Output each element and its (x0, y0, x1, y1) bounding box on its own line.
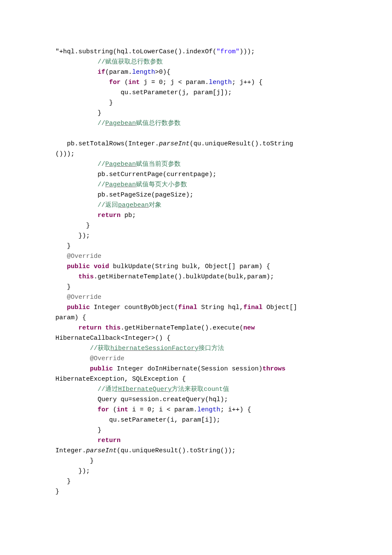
code-token: 赋值当前页参数 (136, 161, 181, 168)
code-token: } (109, 99, 113, 107)
code-token: public (67, 304, 90, 311)
code-line: @Override (55, 251, 375, 262)
code-token: Pagebean (105, 181, 136, 188)
code-line: pb.setCurrentPage(currentpage); (55, 170, 375, 180)
code-token: ())); (55, 150, 75, 158)
code-token: //返回 (98, 202, 118, 209)
code-token: for (109, 79, 121, 86)
code-line: } (55, 221, 375, 231)
code-line: @Override (55, 354, 375, 364)
code-token: return (78, 324, 101, 332)
code-line: //赋值获取总行数参数 (55, 57, 375, 67)
code-token: .getHibernateTemplate().execute( (121, 324, 243, 332)
code-token: HibernateCallback<Integer>() { (55, 335, 170, 342)
code-token: //赋值获取总行数参数 (98, 58, 163, 66)
code-line: return pb; (55, 211, 375, 221)
code-token: @Override (67, 294, 101, 301)
code-line: return this.getHibernateTemplate().execu… (55, 323, 375, 333)
code-token: 接口方法 (199, 345, 224, 352)
code-token: if (98, 69, 105, 76)
code-token: 对象 (149, 202, 161, 209)
code-token (90, 263, 94, 270)
code-line: for (int j = 0; j < param.length; j++) { (55, 78, 375, 88)
code-line: Query qu=session.createQuery(hql); (55, 395, 375, 405)
code-line: } (55, 487, 375, 497)
code-token: throws (262, 365, 285, 373)
code-token: } (98, 427, 101, 434)
code-line: for (int i = 0; i < param.length; i++) { (55, 405, 375, 415)
code-block: "+hql.substring(hql.toLowerCase().indexO… (55, 47, 375, 497)
code-token: Integer countByObject( (90, 304, 178, 311)
code-line: qu.setParameter(j, param[j]); (55, 88, 375, 98)
code-line: } (55, 98, 375, 108)
code-token: parseInt (86, 447, 117, 454)
code-line (55, 129, 375, 139)
code-token: 方法来获取count值 (172, 386, 229, 393)
code-token: pb.setPageSize(pageSize); (98, 191, 193, 199)
code-line: public Integer doInHibernate(Session ses… (55, 364, 375, 374)
code-token: // (98, 161, 105, 168)
code-token: } (67, 283, 71, 291)
code-line: //Pagebean赋值每页大小参数 (55, 180, 375, 190)
document-page: "+hql.substring(hql.toLowerCase().indexO… (0, 0, 392, 514)
code-line: pb.setPageSize(pageSize); (55, 190, 375, 200)
code-token: ( (121, 79, 128, 86)
code-token: qu.setParameter(j, param[j]); (121, 89, 232, 96)
code-line: @Override (55, 292, 375, 303)
code-line: HibernateException, SQLException { (55, 374, 375, 384)
code-token: @Override (67, 253, 101, 260)
code-line: ())); (55, 149, 375, 159)
code-token (285, 365, 289, 373)
code-token: hibernateSessionFactory (110, 345, 199, 352)
code-token: Integer doInHibernate(Session session) (113, 365, 262, 373)
code-token: HibernateException, SQLException { (55, 376, 186, 383)
code-line: param) { (55, 313, 375, 323)
code-token (255, 324, 259, 332)
code-line: this.getHibernateTemplate().bulkUpdate(b… (55, 272, 375, 282)
code-line: if(param.length>0){ (55, 67, 375, 78)
code-line: public void bulkUpdate(String bulk, Obje… (55, 262, 375, 272)
code-token: (param. (105, 69, 132, 76)
code-token (101, 324, 105, 332)
code-line: } (55, 108, 375, 119)
code-line: pb.setTotalRows(Integer.parseInt(qu.uniq… (55, 139, 375, 149)
code-token: //获取 (90, 345, 110, 352)
code-token: final (243, 304, 262, 311)
code-token: this (105, 324, 121, 332)
code-token: HIbernateQuery (118, 386, 172, 393)
code-token: } (86, 222, 90, 229)
code-line: //Pagebean赋值总行数参数 (55, 119, 375, 129)
code-line: //Pagebean赋值当前页参数 (55, 159, 375, 170)
code-token: // (98, 120, 105, 127)
code-token: length (197, 406, 220, 413)
code-token: } (67, 478, 71, 485)
code-line: HibernateCallback<Integer>() { (55, 333, 375, 344)
code-token: qu.setParameter(i, param[i]); (109, 416, 220, 424)
code-token: 赋值总行数参数 (136, 120, 181, 127)
code-token: pb.setCurrentPage(currentpage); (98, 171, 216, 178)
code-token: (qu.uniqueResult().toString (190, 140, 293, 147)
code-line: qu.setParameter(i, param[i]); (55, 415, 375, 425)
code-token: pb.setTotalRows(Integer. (67, 140, 159, 147)
code-token: return (98, 437, 121, 444)
code-line: } (55, 456, 375, 466)
code-line: //返回pagebean对象 (55, 200, 375, 211)
code-token: return (98, 212, 121, 219)
code-token: i = 0; i < param. (128, 406, 197, 413)
code-token: .getHibernateTemplate().bulkUpdate(bulk,… (94, 273, 274, 280)
code-line: } (55, 241, 375, 251)
code-line: public Integer countByObject(final Strin… (55, 303, 375, 313)
code-token: void (94, 263, 109, 270)
code-token: }); (78, 232, 90, 240)
code-token: int (128, 79, 140, 86)
code-token: pagebean (118, 202, 149, 209)
code-token: length (132, 69, 155, 76)
code-token: public (90, 365, 113, 373)
code-line: } (55, 425, 375, 436)
code-line: "+hql.substring(hql.toLowerCase().indexO… (55, 47, 375, 57)
code-token: "from" (216, 48, 239, 55)
code-line: } (55, 477, 375, 487)
code-token: Object[] (262, 304, 301, 311)
code-line: //通过HIbernateQuery方法来获取count值 (55, 384, 375, 395)
code-token: Query qu=session.createQuery(hql); (98, 396, 228, 403)
